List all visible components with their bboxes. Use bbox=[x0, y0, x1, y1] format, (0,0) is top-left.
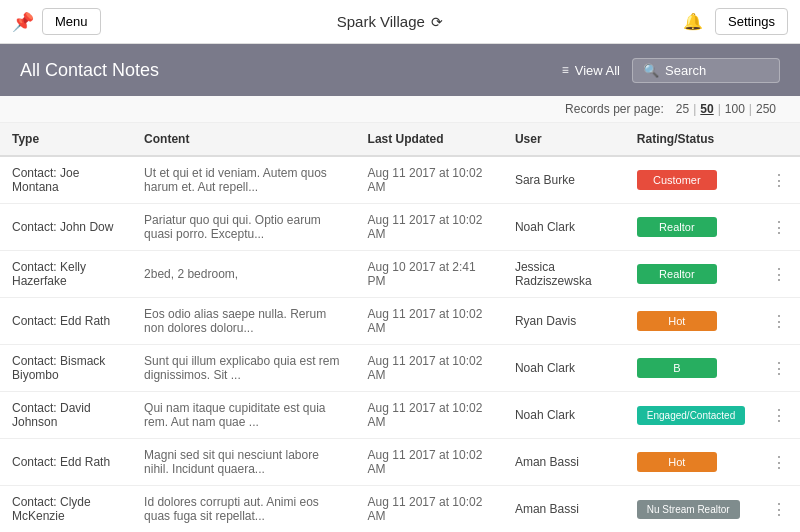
more-options-icon[interactable]: ⋮ bbox=[771, 501, 787, 518]
app-title: Spark Village bbox=[337, 13, 425, 30]
main-content: All Contact Notes ≡ View All 🔍 Search Re… bbox=[0, 44, 800, 532]
cell-rating: B bbox=[625, 345, 760, 392]
page-title: All Contact Notes bbox=[20, 60, 159, 81]
col-header-rating: Rating/Status bbox=[625, 123, 760, 156]
col-header-actions bbox=[759, 123, 800, 156]
cell-content: 2bed, 2 bedroom, bbox=[132, 251, 356, 298]
more-options-icon[interactable]: ⋮ bbox=[771, 313, 787, 330]
search-box[interactable]: 🔍 Search bbox=[632, 58, 780, 83]
status-badge: Hot bbox=[637, 311, 717, 331]
table-row: Contact: Edd Rath Magni sed sit qui nesc… bbox=[0, 439, 800, 486]
cell-actions: ⋮ bbox=[759, 486, 800, 533]
cell-user: Aman Bassi bbox=[503, 439, 625, 486]
nav-center: Spark Village ⟳ bbox=[337, 13, 443, 30]
cell-type: Contact: Edd Rath bbox=[0, 439, 132, 486]
rpp-50[interactable]: 50 bbox=[700, 102, 713, 116]
search-icon: 🔍 bbox=[643, 63, 659, 78]
records-per-page-label: Records per page: bbox=[565, 102, 664, 116]
cell-type: Contact: Bismack Biyombo bbox=[0, 345, 132, 392]
cell-content: Id dolores corrupti aut. Animi eos quas … bbox=[132, 486, 356, 533]
cell-user: Noah Clark bbox=[503, 204, 625, 251]
contact-notes-table: Type Content Last Updated User Rating/St… bbox=[0, 123, 800, 532]
cell-content: Eos odio alias saepe nulla. Rerum non do… bbox=[132, 298, 356, 345]
cell-rating: Hot bbox=[625, 298, 760, 345]
cell-actions: ⋮ bbox=[759, 392, 800, 439]
refresh-icon: ⟳ bbox=[431, 14, 443, 30]
content-header: All Contact Notes ≡ View All 🔍 Search bbox=[0, 44, 800, 96]
cell-actions: ⋮ bbox=[759, 439, 800, 486]
cell-actions: ⋮ bbox=[759, 251, 800, 298]
cell-type: Contact: Kelly Hazerfake bbox=[0, 251, 132, 298]
rpp-25[interactable]: 25 bbox=[676, 102, 689, 116]
cell-rating: Realtor bbox=[625, 251, 760, 298]
cell-rating: Realtor bbox=[625, 204, 760, 251]
cell-type: Contact: John Dow bbox=[0, 204, 132, 251]
rpp-250[interactable]: 250 bbox=[756, 102, 776, 116]
col-header-content: Content bbox=[132, 123, 356, 156]
cell-content: Ut et qui et id veniam. Autem quos harum… bbox=[132, 156, 356, 204]
more-options-icon[interactable]: ⋮ bbox=[771, 219, 787, 236]
cell-user: Noah Clark bbox=[503, 392, 625, 439]
table-header-row: Type Content Last Updated User Rating/St… bbox=[0, 123, 800, 156]
cell-user: Aman Bassi bbox=[503, 486, 625, 533]
cell-date: Aug 11 2017 at 10:02 AM bbox=[356, 156, 503, 204]
table-row: Contact: Bismack Biyombo Sunt qui illum … bbox=[0, 345, 800, 392]
cell-date: Aug 11 2017 at 10:02 AM bbox=[356, 392, 503, 439]
rpp-100[interactable]: 100 bbox=[725, 102, 745, 116]
cell-content: Sunt qui illum explicabo quia est rem di… bbox=[132, 345, 356, 392]
cell-rating: Engaged/Contacted bbox=[625, 392, 760, 439]
more-options-icon[interactable]: ⋮ bbox=[771, 454, 787, 471]
cell-date: Aug 11 2017 at 10:02 AM bbox=[356, 204, 503, 251]
status-badge: Realtor bbox=[637, 264, 717, 284]
cell-rating: Customer bbox=[625, 156, 760, 204]
more-options-icon[interactable]: ⋮ bbox=[771, 360, 787, 377]
cell-date: Aug 10 2017 at 2:41 PM bbox=[356, 251, 503, 298]
status-badge: Customer bbox=[637, 170, 717, 190]
bell-button[interactable]: 🔔 bbox=[679, 8, 707, 35]
cell-type: Contact: Joe Montana bbox=[0, 156, 132, 204]
table-row: Contact: Clyde McKenzie Id dolores corru… bbox=[0, 486, 800, 533]
status-badge: B bbox=[637, 358, 717, 378]
more-options-icon[interactable]: ⋮ bbox=[771, 407, 787, 424]
col-header-user: User bbox=[503, 123, 625, 156]
table-row: Contact: David Johnson Qui nam itaque cu… bbox=[0, 392, 800, 439]
cell-date: Aug 11 2017 at 10:02 AM bbox=[356, 486, 503, 533]
cell-rating: Hot bbox=[625, 439, 760, 486]
cell-date: Aug 11 2017 at 10:02 AM bbox=[356, 298, 503, 345]
search-label: Search bbox=[665, 63, 706, 78]
header-actions: ≡ View All 🔍 Search bbox=[562, 58, 780, 83]
top-nav: 📌 Menu Spark Village ⟳ 🔔 Settings bbox=[0, 0, 800, 44]
settings-button[interactable]: Settings bbox=[715, 8, 788, 35]
more-options-icon[interactable]: ⋮ bbox=[771, 172, 787, 189]
cell-date: Aug 11 2017 at 10:02 AM bbox=[356, 345, 503, 392]
table-row: Contact: Edd Rath Eos odio alias saepe n… bbox=[0, 298, 800, 345]
cell-actions: ⋮ bbox=[759, 156, 800, 204]
cell-content: Qui nam itaque cupiditate est quia rem. … bbox=[132, 392, 356, 439]
view-all-label: View All bbox=[575, 63, 620, 78]
cell-user: Noah Clark bbox=[503, 345, 625, 392]
status-badge: Nu Stream Realtor bbox=[637, 500, 740, 519]
view-all-button[interactable]: ≡ View All bbox=[562, 63, 620, 78]
status-badge: Engaged/Contacted bbox=[637, 406, 745, 425]
cell-actions: ⋮ bbox=[759, 345, 800, 392]
cell-type: Contact: Edd Rath bbox=[0, 298, 132, 345]
cell-content: Pariatur quo qui qui. Optio earum quasi … bbox=[132, 204, 356, 251]
cell-date: Aug 11 2017 at 10:02 AM bbox=[356, 439, 503, 486]
status-badge: Realtor bbox=[637, 217, 717, 237]
cell-user: Jessica Radziszewska bbox=[503, 251, 625, 298]
menu-button[interactable]: Menu bbox=[42, 8, 101, 35]
col-header-type: Type bbox=[0, 123, 132, 156]
table-row: Contact: Joe Montana Ut et qui et id ven… bbox=[0, 156, 800, 204]
table-row: Contact: John Dow Pariatur quo qui qui. … bbox=[0, 204, 800, 251]
pin-icon: 📌 bbox=[12, 11, 34, 33]
records-per-page-bar: Records per page: 25 | 50 | 100 | 250 bbox=[0, 96, 800, 123]
cell-type: Contact: David Johnson bbox=[0, 392, 132, 439]
cell-type: Contact: Clyde McKenzie bbox=[0, 486, 132, 533]
list-icon: ≡ bbox=[562, 63, 569, 77]
cell-user: Ryan Davis bbox=[503, 298, 625, 345]
nav-right: 🔔 Settings bbox=[679, 8, 788, 35]
cell-user: Sara Burke bbox=[503, 156, 625, 204]
status-badge: Hot bbox=[637, 452, 717, 472]
cell-actions: ⋮ bbox=[759, 298, 800, 345]
more-options-icon[interactable]: ⋮ bbox=[771, 266, 787, 283]
